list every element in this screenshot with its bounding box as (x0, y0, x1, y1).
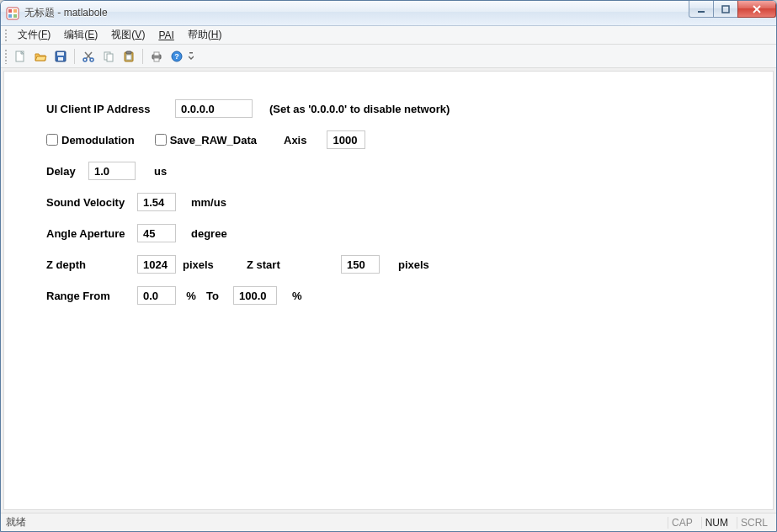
svg-rect-20 (126, 51, 131, 54)
range-to-input[interactable] (233, 286, 277, 305)
delay-unit: us (154, 165, 167, 178)
toolbar: ? (1, 45, 776, 68)
form-panel: UI Client IP Address (Set as '0.0.0.0' t… (3, 71, 774, 510)
demodulation-checkbox-input[interactable] (46, 134, 58, 146)
menu-help[interactable]: 帮助(H) (181, 26, 229, 44)
axis-label: Axis (284, 134, 306, 146)
minimize-button[interactable] (689, 1, 714, 18)
demodulation-checkbox[interactable]: Demodulation (46, 134, 135, 146)
toolbar-overflow[interactable] (188, 47, 194, 66)
demodulation-label: Demodulation (61, 134, 135, 146)
z-depth-input[interactable] (137, 255, 176, 274)
angle-aperture-label: Angle Aperture (46, 227, 130, 240)
close-button[interactable] (737, 1, 776, 18)
copy-icon (102, 50, 115, 63)
save-icon (54, 50, 67, 63)
angle-aperture-unit: degree (191, 227, 227, 240)
axis-input[interactable] (327, 130, 365, 149)
ip-label: UI Client IP Address (46, 103, 168, 115)
paste-button[interactable] (120, 47, 138, 66)
cut-icon (82, 50, 95, 63)
new-file-button[interactable] (11, 47, 29, 66)
svg-rect-27 (189, 52, 193, 54)
range-from-unit: % (183, 290, 200, 302)
z-start-label: Z start (247, 258, 334, 271)
title-bar: 无标题 - matlabole (1, 1, 776, 26)
svg-point-15 (83, 58, 87, 61)
menu-bar: 文件(F) 编辑(E) 视图(V) PAI 帮助(H) (1, 26, 776, 45)
print-icon (150, 50, 163, 63)
open-button[interactable] (31, 47, 50, 66)
svg-rect-23 (154, 52, 159, 56)
svg-rect-6 (722, 6, 729, 13)
angle-aperture-input[interactable] (137, 224, 176, 242)
z-depth-label: Z depth (46, 258, 130, 271)
svg-rect-12 (58, 57, 63, 61)
close-icon (751, 3, 763, 15)
status-scrl: SCRL (737, 517, 771, 529)
svg-rect-4 (13, 14, 17, 18)
z-depth-unit: pixels (183, 258, 223, 271)
app-window: 无标题 - matlabole 文件(F) 编辑(E) 视图(V) PAI 帮助… (0, 0, 777, 532)
range-to-unit: % (292, 290, 302, 302)
svg-rect-3 (8, 14, 12, 18)
svg-rect-1 (8, 9, 12, 13)
range-from-input[interactable] (137, 286, 176, 305)
sound-velocity-input[interactable] (137, 193, 176, 211)
menu-file[interactable]: 文件(F) (11, 26, 57, 44)
window-controls (689, 1, 776, 18)
menu-view[interactable]: 视图(V) (104, 26, 152, 44)
minimize-icon (696, 4, 706, 14)
paste-icon (122, 50, 136, 63)
range-to-label: To (206, 290, 226, 302)
status-num: NUM (701, 517, 732, 529)
ip-hint: (Set as '0.0.0.0' to disable network) (269, 103, 450, 115)
help-icon: ? (170, 50, 184, 63)
svg-rect-24 (154, 58, 159, 61)
new-file-icon (13, 50, 27, 63)
save-raw-label: Save_RAW_Data (170, 134, 257, 146)
status-cap: CAP (668, 517, 696, 529)
status-indicators: CAP NUM SCRL (668, 517, 771, 529)
toolbar-separator (74, 49, 75, 64)
menu-edit[interactable]: 编辑(E) (57, 26, 104, 44)
maximize-button[interactable] (713, 1, 738, 18)
svg-rect-21 (126, 55, 131, 60)
range-from-label: Range From (46, 290, 130, 302)
z-start-unit: pixels (398, 258, 429, 271)
svg-rect-2 (13, 9, 17, 13)
svg-point-16 (90, 58, 93, 61)
svg-rect-11 (57, 52, 64, 56)
help-button[interactable]: ? (168, 47, 186, 66)
menu-pai[interactable]: PAI (152, 28, 180, 43)
save-raw-checkbox[interactable]: Save_RAW_Data (155, 134, 257, 146)
print-button[interactable] (147, 47, 166, 66)
window-title: 无标题 - matlabole (24, 6, 108, 20)
z-start-input[interactable] (341, 255, 380, 274)
svg-rect-5 (698, 11, 705, 13)
status-bar: 就绪 CAP NUM SCRL (1, 513, 776, 531)
client-outer: UI Client IP Address (Set as '0.0.0.0' t… (1, 68, 776, 513)
status-ready: 就绪 (6, 515, 26, 529)
maximize-icon (721, 4, 731, 14)
toolbar-grip (4, 49, 8, 64)
save-button[interactable] (51, 47, 70, 66)
sound-velocity-label: Sound Velocity (46, 196, 130, 209)
app-icon (6, 7, 19, 20)
svg-rect-18 (107, 54, 113, 61)
delay-label: Delay (46, 165, 82, 178)
menubar-grip (4, 29, 8, 42)
sound-velocity-unit: mm/us (191, 196, 226, 209)
svg-text:?: ? (174, 52, 179, 61)
toolbar-separator (142, 49, 143, 64)
chevron-down-icon (189, 51, 194, 61)
save-raw-checkbox-input[interactable] (155, 134, 167, 146)
copy-button[interactable] (99, 47, 118, 66)
ip-input[interactable] (175, 99, 253, 118)
open-folder-icon (34, 50, 47, 63)
cut-button[interactable] (79, 47, 98, 66)
delay-input[interactable] (88, 162, 136, 180)
